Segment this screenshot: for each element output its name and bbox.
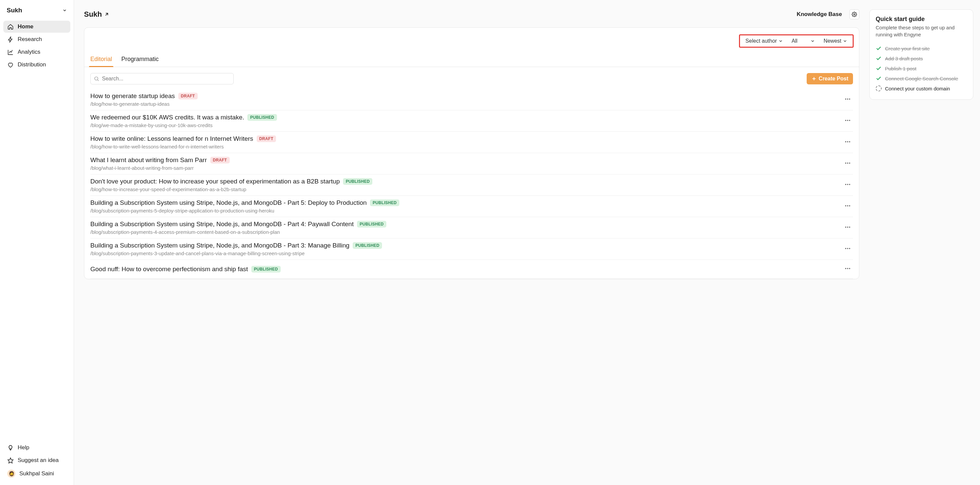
nav-item-home[interactable]: Home bbox=[3, 21, 70, 33]
more-button[interactable] bbox=[842, 179, 853, 191]
post-row[interactable]: Building a Subscription System using Str… bbox=[90, 238, 853, 260]
nav-label: Analytics bbox=[18, 49, 40, 55]
guide-item[interactable]: Add 3 draft posts bbox=[876, 53, 967, 63]
guide-item-label: Create your first site bbox=[885, 46, 930, 51]
nav-item-research[interactable]: Research bbox=[3, 34, 70, 45]
post-row[interactable]: How to write online: Lessons learned for… bbox=[90, 132, 853, 153]
post-slug: /blog/subscription-payments-3-update-and… bbox=[90, 250, 837, 256]
footer-label: Suggest an idea bbox=[18, 457, 59, 464]
post-row[interactable]: How to generate startup ideasDRAFT/blog/… bbox=[90, 89, 853, 110]
settings-button[interactable] bbox=[850, 10, 859, 19]
post-info: How to generate startup ideasDRAFT/blog/… bbox=[90, 93, 837, 107]
more-button[interactable] bbox=[842, 94, 853, 106]
svg-point-22 bbox=[847, 227, 848, 228]
content-area: Sukh Knowledge Base Select author bbox=[74, 0, 869, 485]
post-row[interactable]: Building a Subscription System using Str… bbox=[90, 196, 853, 217]
post-row[interactable]: Building a Subscription System using Str… bbox=[90, 217, 853, 238]
status-badge: PUBLISHED bbox=[370, 199, 399, 206]
posts-card: Select author All Newest bbox=[84, 27, 859, 279]
more-button[interactable] bbox=[842, 115, 853, 127]
quick-start-guide: Quick start guide Complete these steps t… bbox=[869, 10, 973, 100]
post-title: Building a Subscription System using Str… bbox=[90, 242, 349, 249]
check-icon bbox=[876, 65, 882, 72]
svg-point-18 bbox=[845, 205, 846, 206]
post-row[interactable]: Good nuff: How to overcome perfectionism… bbox=[90, 260, 853, 279]
guide-item-label: Connect Google Search Console bbox=[885, 76, 958, 81]
post-slug: /blog/how-to-write-well-lessons-learned-… bbox=[90, 144, 837, 150]
status-badge: PUBLISHED bbox=[247, 114, 277, 121]
guide-item[interactable]: Create your first site bbox=[876, 43, 967, 53]
more-icon bbox=[844, 245, 851, 252]
guide-item[interactable]: Connect your custom domain bbox=[876, 83, 967, 93]
status-select[interactable]: All bbox=[788, 37, 818, 45]
guide-list: Create your first siteAdd 3 draft postsP… bbox=[876, 43, 967, 93]
post-info: Building a Subscription System using Str… bbox=[90, 242, 837, 256]
nav-label: Research bbox=[18, 36, 42, 43]
post-actions bbox=[842, 94, 853, 106]
more-button[interactable] bbox=[842, 222, 853, 234]
footer-suggest[interactable]: Suggest an idea bbox=[3, 454, 70, 466]
svg-point-20 bbox=[849, 205, 850, 206]
post-actions bbox=[842, 243, 853, 255]
list-toolbar: Create Post bbox=[84, 67, 859, 89]
status-badge: DRAFT bbox=[210, 157, 230, 163]
chevron-down-icon bbox=[843, 39, 847, 43]
more-button[interactable] bbox=[842, 158, 853, 170]
nav-item-distribution[interactable]: Distribution bbox=[3, 59, 70, 71]
post-row[interactable]: We redeemed our $10K AWS credits. It was… bbox=[90, 110, 853, 132]
tab-programmatic[interactable]: Programmatic bbox=[121, 54, 159, 67]
post-title: How to write online: Lessons learned for… bbox=[90, 135, 253, 142]
author-select[interactable]: Select author bbox=[742, 37, 786, 45]
knowledge-base-link[interactable]: Knowledge Base bbox=[797, 11, 842, 18]
post-row[interactable]: Don't love your product: How to increase… bbox=[90, 174, 853, 196]
post-actions bbox=[842, 263, 853, 275]
select-label: All bbox=[792, 38, 798, 44]
svg-point-28 bbox=[847, 268, 848, 269]
svg-point-6 bbox=[845, 120, 846, 121]
svg-point-26 bbox=[849, 248, 850, 249]
status-badge: PUBLISHED bbox=[353, 242, 382, 249]
sort-select[interactable]: Newest bbox=[820, 37, 851, 45]
more-button[interactable] bbox=[842, 243, 853, 255]
footer-help[interactable]: Help bbox=[3, 442, 70, 454]
post-actions bbox=[842, 179, 853, 191]
svg-marker-0 bbox=[8, 458, 13, 463]
post-actions bbox=[842, 222, 853, 234]
post-info: How to write online: Lessons learned for… bbox=[90, 135, 837, 150]
workspace-switcher[interactable]: Sukh bbox=[3, 5, 70, 16]
svg-point-29 bbox=[849, 268, 850, 269]
more-button[interactable] bbox=[842, 136, 853, 148]
svg-point-4 bbox=[847, 98, 848, 99]
page-header: Sukh Knowledge Base bbox=[84, 10, 859, 19]
lightbulb-icon bbox=[7, 445, 14, 451]
svg-point-10 bbox=[847, 141, 848, 142]
post-title: What I learnt about writing from Sam Par… bbox=[90, 156, 207, 164]
post-info: We redeemed our $10K AWS credits. It was… bbox=[90, 114, 837, 128]
svg-point-7 bbox=[847, 120, 848, 121]
search-input[interactable] bbox=[90, 73, 234, 85]
post-title: How to generate startup ideas bbox=[90, 93, 175, 100]
gear-icon bbox=[852, 12, 857, 17]
post-actions bbox=[842, 115, 853, 127]
site-title-link[interactable]: Sukh bbox=[84, 10, 109, 19]
nav-item-analytics[interactable]: Analytics bbox=[3, 46, 70, 58]
more-button[interactable] bbox=[842, 263, 853, 275]
more-icon bbox=[844, 181, 851, 188]
guide-item[interactable]: Publish 1 post bbox=[876, 63, 967, 73]
guide-item[interactable]: Connect Google Search Console bbox=[876, 73, 967, 83]
tab-editorial[interactable]: Editorial bbox=[90, 54, 112, 67]
more-button[interactable] bbox=[842, 201, 853, 212]
post-row[interactable]: What I learnt about writing from Sam Par… bbox=[90, 153, 853, 174]
more-icon bbox=[844, 224, 851, 230]
create-post-button[interactable]: Create Post bbox=[807, 73, 853, 85]
post-list: How to generate startup ideasDRAFT/blog/… bbox=[84, 89, 859, 279]
chevron-down-icon bbox=[778, 39, 783, 43]
svg-point-14 bbox=[849, 163, 850, 163]
post-actions bbox=[842, 136, 853, 148]
more-icon bbox=[844, 117, 851, 124]
footer-user[interactable]: 🧔 Sukhpal Saini bbox=[3, 467, 70, 480]
more-icon bbox=[844, 203, 851, 209]
svg-point-17 bbox=[849, 184, 850, 185]
more-icon bbox=[844, 96, 851, 102]
home-icon bbox=[7, 24, 14, 30]
